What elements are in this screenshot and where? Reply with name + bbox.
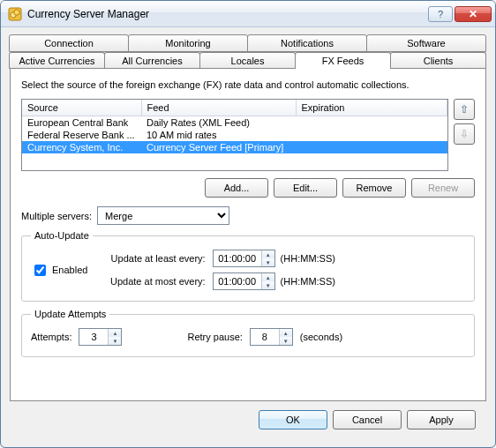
tab-connection[interactable]: Connection [9, 34, 129, 52]
auto-update-legend: Auto-Update [31, 230, 93, 241]
col-expiration[interactable]: Expiration [296, 100, 447, 116]
dialog-buttons: OK Cancel Apply [10, 401, 486, 440]
attempts-input[interactable] [79, 329, 108, 345]
attempts-label: Attempts: [31, 332, 71, 342]
update-most-input[interactable] [214, 273, 261, 289]
retry-pause-unit: (seconds) [300, 332, 342, 342]
update-attempts-group: Update Attempts Attempts: ▲▼ Retry pause… [21, 309, 475, 357]
col-feed[interactable]: Feed [141, 100, 296, 116]
spin-down-icon[interactable]: ▼ [262, 281, 274, 289]
tab-active-currencies[interactable]: Active Currencies [9, 52, 105, 69]
feeds-list[interactable]: Source Feed Expiration European Central … [21, 99, 448, 171]
table-row[interactable]: Federal Reserve Bank ... 10 AM mid rates [22, 129, 447, 141]
app-icon [8, 7, 22, 21]
ok-button[interactable]: OK [259, 410, 327, 429]
retry-pause-label: Retry pause: [187, 332, 242, 342]
tab-clients[interactable]: Clients [390, 52, 486, 69]
update-least-label: Update at least every: [111, 253, 206, 264]
apply-button[interactable]: Apply [407, 410, 476, 429]
window-title: Currency Server Manager [27, 8, 428, 20]
enabled-label: Enabled [52, 265, 87, 275]
edit-button[interactable]: Edit... [274, 178, 337, 198]
spin-down-icon[interactable]: ▼ [109, 337, 121, 345]
tab-locales[interactable]: Locales [199, 52, 296, 69]
page-description: Select the source of the foreign exchang… [21, 79, 475, 90]
update-least-spinner[interactable]: ▲▼ [213, 250, 275, 267]
multiple-servers-select[interactable]: Merge [97, 206, 229, 225]
cancel-button[interactable]: Cancel [333, 410, 402, 429]
update-most-label: Update at most every: [110, 276, 206, 287]
dialog-content: Connection Monitoring Notifications Soft… [1, 27, 495, 447]
tab-panel-fx-feeds: Select the source of the foreign exchang… [10, 68, 486, 401]
tab-monitoring[interactable]: Monitoring [128, 34, 248, 52]
remove-button[interactable]: Remove [342, 178, 406, 198]
tab-fx-feeds[interactable]: FX Feeds [295, 52, 391, 69]
move-down-button[interactable]: ⇩ [454, 123, 475, 145]
update-attempts-legend: Update Attempts [31, 309, 109, 319]
window-buttons: ? ✕ [428, 6, 492, 22]
update-least-unit: (HH:MM:SS) [281, 253, 335, 264]
enabled-checkbox[interactable] [34, 265, 46, 276]
reorder-buttons: ⇧ ⇩ [454, 99, 475, 171]
titlebar[interactable]: Currency Server Manager ? ✕ [1, 1, 495, 27]
tab-software[interactable]: Software [366, 34, 486, 52]
table-row[interactable]: Currency System, Inc. Currency Server Fe… [22, 141, 447, 153]
auto-update-group: Auto-Update Enabled Update at least ever… [21, 230, 475, 302]
move-up-button[interactable]: ⇧ [454, 99, 475, 120]
add-button[interactable]: Add... [205, 178, 268, 198]
spin-up-icon[interactable]: ▲ [262, 273, 274, 281]
arrow-up-icon: ⇧ [460, 103, 469, 116]
close-button[interactable]: ✕ [455, 6, 492, 22]
tab-notifications[interactable]: Notifications [247, 34, 367, 52]
spin-up-icon[interactable]: ▲ [280, 329, 292, 337]
retry-pause-input[interactable] [251, 329, 279, 345]
tab-all-currencies[interactable]: All Currencies [104, 52, 200, 69]
spin-up-icon[interactable]: ▲ [262, 250, 274, 258]
renew-button: Renew [411, 178, 475, 198]
window-frame: Currency Server Manager ? ✕ Connection M… [0, 0, 496, 448]
tabs: Connection Monitoring Notifications Soft… [10, 34, 486, 69]
spin-down-icon[interactable]: ▼ [280, 337, 292, 345]
spin-up-icon[interactable]: ▲ [109, 329, 121, 337]
spin-down-icon[interactable]: ▼ [262, 258, 274, 266]
update-most-unit: (HH:MM:SS) [281, 276, 335, 287]
update-least-input[interactable] [214, 250, 261, 266]
attempts-spinner[interactable]: ▲▼ [79, 328, 122, 346]
multiple-servers-label: Multiple servers: [21, 211, 92, 221]
col-source[interactable]: Source [22, 100, 141, 116]
table-row[interactable]: European Central Bank Daily Rates (XML F… [22, 116, 447, 130]
update-most-spinner[interactable]: ▲▼ [213, 273, 275, 290]
help-button[interactable]: ? [428, 6, 453, 22]
retry-pause-spinner[interactable]: ▲▼ [250, 328, 293, 346]
svg-point-2 [14, 9, 19, 14]
arrow-down-icon: ⇩ [460, 128, 469, 140]
